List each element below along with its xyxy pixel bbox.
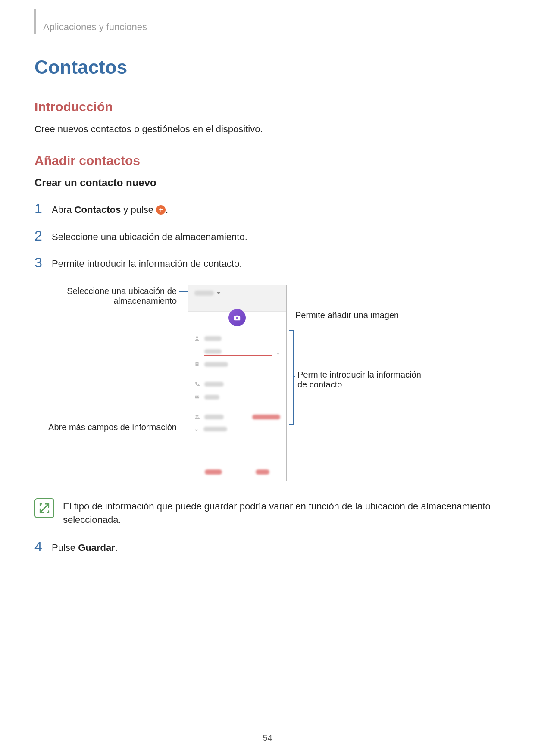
note-icon [34, 498, 54, 518]
step-1-a: Abra [52, 204, 75, 215]
avatar-add-button [228, 309, 246, 326]
page-number: 54 [0, 733, 535, 743]
field-email [194, 391, 280, 403]
note-text: El tipo de información que puede guardar… [63, 498, 501, 527]
section-add-heading: Añadir contactos [34, 153, 501, 168]
diagram: Seleccione una ubicación de almacenamien… [34, 283, 501, 490]
field-name-active: ⌄ [194, 346, 280, 357]
blur-text [194, 291, 214, 296]
callout-info: Permite introducir la información de con… [297, 370, 461, 390]
step-1: 1 Abra Contactos y pulse +. [34, 202, 501, 217]
callout-line [293, 376, 295, 377]
svg-point-3 [196, 337, 198, 339]
step-1-text: Abra Contactos y pulse +. [52, 202, 168, 217]
intro-body: Cree nuevos contactos o gestiónelos en e… [34, 123, 501, 136]
chevron-down-icon: ⌄ [194, 425, 199, 432]
page-title: Contactos [34, 56, 501, 78]
section-intro-heading: Introducción [34, 100, 501, 114]
dropdown-icon [216, 292, 221, 294]
camera-icon [234, 315, 241, 321]
step-3: 3 Permite introducir la información de c… [34, 256, 501, 271]
callout-info-l1: Permite introducir la información [297, 370, 421, 379]
button-row [188, 469, 286, 475]
phone-mockup: ⌄ [188, 285, 287, 481]
fields-area: ⌄ [194, 333, 280, 422]
person-icon [194, 335, 200, 341]
step-1-app: Contactos [75, 204, 121, 215]
step-4: 4 Pulse Guardar. [34, 540, 501, 555]
step-1-c: y pulse [121, 204, 156, 215]
step-1-d: . [166, 204, 168, 215]
section-add-sub: Crear un contacto nuevo [34, 177, 501, 189]
input-underline [204, 355, 272, 356]
blur-text [204, 395, 219, 400]
step-2: 2 Seleccione una ubicación de almacenami… [34, 229, 501, 244]
groups-icon [194, 414, 200, 420]
plus-icon: + [156, 205, 166, 215]
callout-image: Permite añadir una imagen [295, 310, 459, 320]
svg-rect-5 [196, 363, 197, 364]
breadcrumb: Aplicaciones y funciones [43, 22, 501, 33]
svg-rect-6 [197, 363, 198, 364]
field-groups [194, 411, 280, 422]
chevron-down-icon: ⌄ [276, 350, 280, 356]
svg-point-8 [196, 415, 197, 417]
svg-rect-4 [196, 362, 199, 366]
svg-rect-2 [236, 315, 238, 316]
step-number: 2 [34, 229, 52, 243]
callout-storage-l2: almacenamiento [113, 296, 177, 306]
callout-info-l2: de contacto [297, 380, 342, 389]
step-number: 3 [34, 256, 52, 269]
note-block: El tipo de información que puede guardar… [34, 498, 501, 527]
callout-bracket [289, 330, 294, 425]
step-number: 4 [34, 540, 52, 553]
step-3-text: Permite introducir la información de con… [52, 256, 242, 271]
step-4-a: Pulse [52, 542, 78, 553]
step-4-c: . [115, 542, 118, 553]
spacer-icon [194, 348, 200, 354]
step-4-text: Pulse Guardar. [52, 540, 118, 555]
cancel-blur [205, 469, 222, 475]
step-4-b: Guardar [78, 542, 115, 553]
email-icon [194, 394, 200, 400]
step-number: 1 [34, 202, 52, 216]
blur-text [204, 415, 224, 419]
blur-text [204, 362, 228, 367]
storage-selector [194, 291, 221, 296]
callout-storage: Seleccione una ubicación de almacenamien… [34, 286, 177, 306]
blur-text [204, 336, 222, 341]
view-more: ⌄ [194, 425, 227, 432]
svg-point-9 [197, 415, 199, 417]
svg-rect-7 [195, 396, 199, 398]
field-name [194, 333, 280, 344]
field-org [194, 359, 280, 370]
callout-storage-l1: Seleccione una ubicación de [67, 286, 177, 296]
save-blur [256, 469, 269, 475]
svg-point-1 [236, 317, 238, 319]
blur-text [204, 382, 224, 387]
field-phone [194, 378, 280, 390]
blur-text [203, 427, 227, 431]
blur-text-red [252, 415, 280, 419]
step-2-text: Seleccione una ubicación de almacenamien… [52, 229, 247, 244]
phone-header [188, 285, 286, 312]
building-icon [194, 361, 200, 367]
callout-more: Abre más campos de información [34, 422, 177, 432]
blur-text [204, 349, 222, 354]
header-rule [34, 9, 36, 34]
phone-icon [194, 381, 200, 387]
